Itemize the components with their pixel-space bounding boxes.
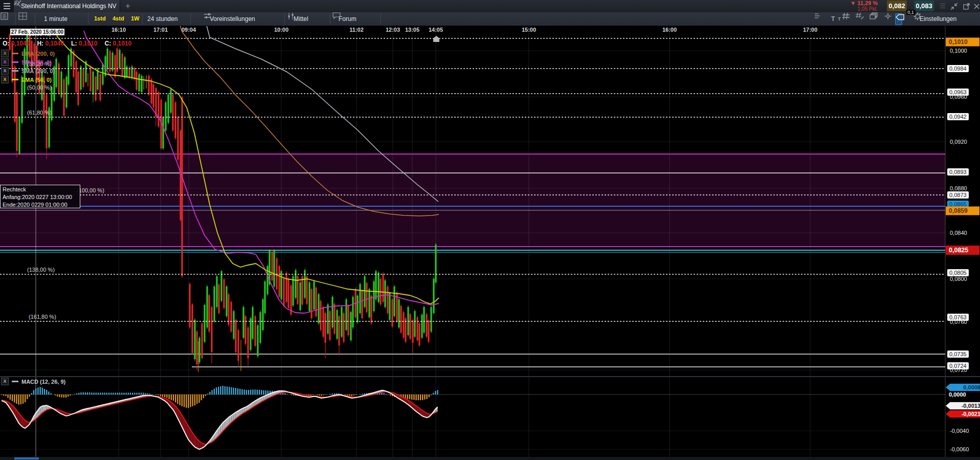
fibonacci-label: (100,00 %) [77, 187, 104, 193]
timeframe-1w[interactable]: 1W [131, 15, 140, 21]
price-axis-label: 0,0942 [947, 113, 969, 120]
timeframe-1std[interactable]: 1std [94, 15, 106, 21]
popout-icon[interactable] [963, 3, 970, 10]
fibonacci-label: (61,80 %) [27, 109, 52, 116]
macd-axis-label: -0,0021 [946, 410, 980, 418]
price-axis-label: 0,0880 [950, 185, 967, 191]
macd-axis-label: 0,0000 [949, 391, 966, 398]
high-value: 0,1040 [45, 40, 64, 47]
instrument-tab[interactable]: Steinhoff International Holdings NV [14, 0, 120, 12]
close-icon[interactable] [973, 3, 980, 10]
timeframe-current[interactable]: 1 minute [41, 12, 71, 26]
settings-button[interactable]: Einstellungen [914, 12, 960, 26]
price-axis-label: 0,0873 [947, 191, 969, 199]
chart-canvas[interactable] [0, 0, 980, 460]
time-axis-label: 15:00 [522, 27, 536, 33]
price-change: ▼ 11,29 % 1,05 Pkt. [845, 1, 878, 12]
pointer-tool-button[interactable] [895, 13, 902, 25]
fibonacci-label: (161,80 %) [29, 314, 56, 320]
timeframe-24h[interactable]: 24 stunden [144, 12, 181, 26]
add-tab-button[interactable]: + [123, 1, 133, 11]
chart-toolbar: 1 minute 1std 4std 1W 24 stunden Voreins… [0, 12, 980, 26]
presets-label: Voreinstellungen [210, 15, 255, 23]
price-axis-label: 0,0825 [946, 246, 979, 255]
indicator-remove-button[interactable]: X [1, 50, 9, 57]
price-axis-label: 0,0984 [947, 65, 969, 72]
scrollbar-thumb[interactable] [14, 457, 39, 459]
time-axis-label: 12:03 [386, 27, 400, 33]
time-axis-label: 17:00 [803, 27, 817, 33]
objects-list-icon[interactable] [814, 12, 820, 26]
indicator-remove-button[interactable]: X [1, 76, 9, 83]
spread-value: 0,1 [906, 10, 916, 15]
open-value: 0,1040 [11, 40, 30, 47]
trading-app: Steinhoff International Holdings NV + ▼ … [0, 0, 980, 460]
draw-tool-icon[interactable] [856, 12, 862, 26]
time-axis-label: 14:05 [429, 27, 443, 33]
indicator-color-dash [12, 61, 18, 63]
time-axis-label: 10:00 [274, 27, 288, 33]
horizontal-scrollbar[interactable] [0, 457, 980, 460]
indicator-label: SMA (200, 0) [21, 68, 55, 74]
indicator-remove-button[interactable]: X [1, 58, 9, 66]
bid-price[interactable]: 0,082 [887, 1, 907, 11]
indicator-label: SMA (50, 0) [21, 59, 52, 65]
indicator-row[interactable]: XEMA (50, 0) [1, 76, 52, 83]
crosshair-date-tooltip: 27 Feb. 2020 15:06:00 [10, 29, 64, 35]
price-axis-label: 0,0800 [950, 276, 967, 282]
price-axis-label: 0,0960 [950, 94, 967, 100]
price-axis-label: 0,0805 [947, 269, 969, 276]
timeframe-4std[interactable]: 4std [113, 15, 124, 21]
price-axis-label: 0,1000 [950, 48, 967, 54]
ohlc-readout: O: 0,1040H: 0,1040L: 0,1010C: 0,1010 [3, 40, 139, 47]
layers-icon[interactable] [870, 12, 876, 26]
close-value: 0,1010 [113, 40, 132, 47]
fibonacci-label: (138,00 %) [27, 267, 55, 273]
indicator-color-dash [12, 79, 18, 80]
settings-label: Einstellungen [920, 15, 956, 23]
price-axis-label: 0,1010 [946, 38, 979, 47]
drag-handle[interactable] [940, 2, 945, 10]
time-axis-label: 09:04 [182, 27, 196, 33]
macd-axis-label: -0,0040 [950, 428, 969, 434]
price-axis-label: 0,0840 [950, 230, 967, 236]
grid-tool-icon[interactable] [842, 12, 848, 26]
change-points: 1,05 Pkt. [845, 6, 878, 12]
price-axis-label: 0,0735 [947, 351, 969, 358]
rechteck-tooltip: Rechteck Anfang:2020 0227 13:00:00 Ende:… [0, 185, 80, 208]
menu-icon[interactable] [0, 0, 14, 12]
forum-button[interactable]: Forum [332, 12, 360, 26]
indicator-color-dash [12, 53, 18, 54]
ask-price[interactable]: 0,083 [914, 1, 934, 11]
indicator-row[interactable]: XSMA (200, 0) [1, 67, 55, 75]
indicator-row[interactable]: XSMA (50, 0) [1, 58, 52, 66]
price-axis-label: 0,0920 [950, 139, 967, 145]
crosshair-icon[interactable] [884, 12, 890, 26]
price-axis-label: 0,0720 [950, 367, 967, 373]
time-axis-label: 16:10 [112, 27, 126, 33]
mittel-button[interactable]: Mittel [287, 12, 311, 26]
presets-button[interactable]: Voreinstellungen [204, 12, 258, 26]
price-axis-label: 0,0893 [947, 168, 969, 176]
forum-label: Forum [339, 15, 357, 23]
title-bar: Steinhoff International Holdings NV + ▼ … [0, 0, 980, 13]
macd-remove-button[interactable]: X [1, 378, 9, 385]
layout-grid-icon[interactable] [18, 12, 25, 26]
indicator-label: EMA (50, 0) [21, 77, 52, 83]
macd-label: MACD (12, 26, 9) [21, 379, 65, 385]
macd-axis-label: -0,0060 [950, 446, 969, 452]
indicator-remove-button[interactable]: X [1, 67, 9, 75]
collapse-icon[interactable] [950, 3, 958, 10]
change-percent: ▼ 11,29 % [845, 1, 878, 6]
mittel-label: Mittel [294, 15, 308, 23]
indicator-row[interactable]: XEMA (200, 0) [1, 50, 55, 57]
instrument-title: Steinhoff International Holdings NV [21, 3, 117, 10]
macd-axis-label: -0,0013 [946, 402, 980, 410]
price-axis-label: 0,0859 [946, 207, 979, 215]
watchlist-icon[interactable] [1, 12, 7, 26]
time-axis-label: 17:01 [153, 27, 168, 33]
time-axis-label: 11:02 [349, 27, 364, 33]
price-axis-label: 0,0760 [950, 319, 967, 325]
time-axis-label: 16:00 [662, 27, 677, 33]
indicator-label: EMA (200, 0) [21, 51, 55, 57]
